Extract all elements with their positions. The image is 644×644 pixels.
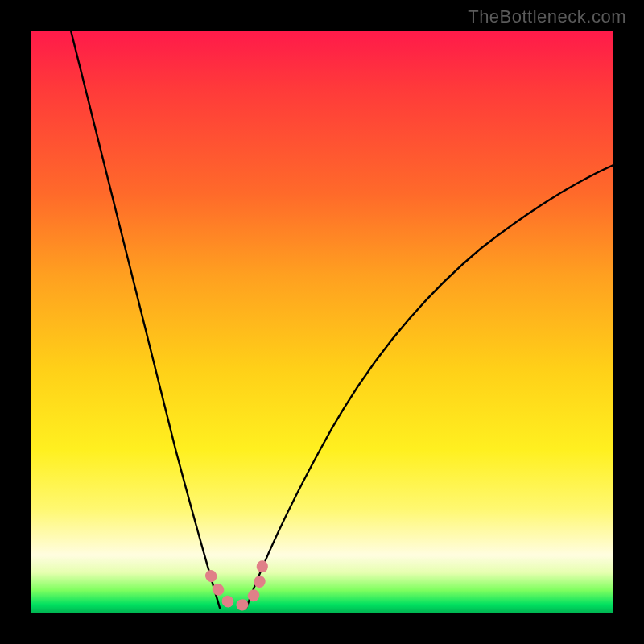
curve-layer	[31, 31, 613, 613]
plot-area	[31, 31, 613, 613]
right-branch-curve	[246, 165, 613, 608]
left-branch-curve	[71, 31, 220, 608]
floor-dots-curve	[211, 552, 264, 605]
chart-stage: TheBottleneck.com	[0, 0, 644, 644]
watermark-text: TheBottleneck.com	[468, 6, 626, 27]
